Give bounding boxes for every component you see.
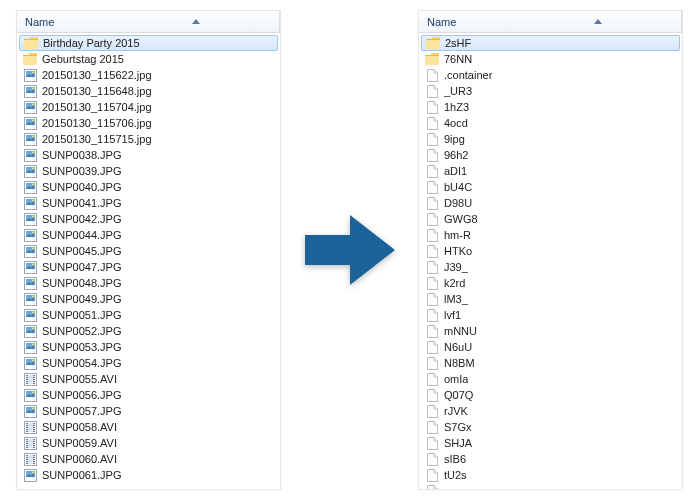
list-item[interactable]: SUNP0039.JPG (17, 163, 280, 179)
list-item[interactable]: GWG8 (419, 211, 682, 227)
list-item[interactable]: SUNP0061.JPG (17, 467, 280, 483)
list-item[interactable]: .container (419, 67, 682, 83)
list-item[interactable]: SUNP0054.JPG (17, 355, 280, 371)
image-icon (23, 148, 37, 162)
item-name: SHJA (444, 437, 472, 449)
item-name: 20150130_115648.jpg (42, 85, 152, 97)
video-icon (23, 372, 37, 386)
list-item[interactable]: SUNP0059.AVI (17, 435, 280, 451)
list-item[interactable]: S7Gx (419, 419, 682, 435)
list-item[interactable]: Birthday Party 2015 (19, 35, 278, 51)
list-item[interactable]: Geburtstag 2015 (17, 51, 280, 67)
list-item[interactable]: SUNP0060.AVI (17, 451, 280, 467)
list-item[interactable]: SUNP0038.JPG (17, 147, 280, 163)
item-name: SUNP0048.JPG (42, 277, 121, 289)
list-item[interactable]: bU4C (419, 179, 682, 195)
image-icon (23, 228, 37, 242)
svg-rect-97 (33, 444, 34, 445)
svg-point-20 (32, 167, 34, 169)
list-item[interactable]: N6uU (419, 339, 682, 355)
image-icon (23, 468, 37, 482)
list-item[interactable]: _UR3 (419, 83, 682, 99)
list-item[interactable]: SUNP0044.JPG (17, 227, 280, 243)
item-name: 9ipg (444, 133, 465, 145)
file-icon (425, 100, 439, 114)
file-icon (425, 196, 439, 210)
list-item[interactable]: mNNU (419, 323, 682, 339)
image-icon (23, 244, 37, 258)
list-item[interactable]: SHJA (419, 435, 682, 451)
image-icon (23, 116, 37, 130)
svg-rect-85 (33, 428, 34, 429)
svg-point-44 (32, 295, 34, 297)
list-item[interactable]: SUNP0041.JPG (17, 195, 280, 211)
list-item[interactable]: SUNP0051.JPG (17, 307, 280, 323)
list-item[interactable]: 20150130_115648.jpg (17, 83, 280, 99)
file-icon (425, 436, 439, 450)
file-icon (425, 260, 439, 274)
list-item[interactable]: 96h2 (419, 147, 682, 163)
list-item[interactable]: J39_ (419, 259, 682, 275)
list-item[interactable]: tU2s (419, 467, 682, 483)
svg-rect-98 (33, 446, 34, 447)
column-header-name[interactable]: Name (17, 11, 280, 33)
list-item[interactable]: lvf1 (419, 307, 682, 323)
file-list[interactable]: Birthday Party 2015Geburtstag 2015201501… (17, 33, 280, 489)
svg-point-74 (32, 407, 34, 409)
list-item[interactable]: lM3_ (419, 291, 682, 307)
list-item[interactable]: SUNP0057.JPG (17, 403, 280, 419)
item-name: D98U (444, 197, 472, 209)
folder-icon (426, 36, 440, 50)
list-item[interactable]: SUNP0048.JPG (17, 275, 280, 291)
list-item[interactable]: 1hZ3 (419, 99, 682, 115)
file-icon (425, 276, 439, 290)
list-item[interactable]: N8BM (419, 355, 682, 371)
list-item[interactable]: SUNP0040.JPG (17, 179, 280, 195)
image-icon (23, 356, 37, 370)
list-item[interactable]: 2sHF (421, 35, 680, 51)
list-item[interactable]: SUNP0049.JPG (17, 291, 280, 307)
item-name: SUNP0049.JPG (42, 293, 121, 305)
list-item[interactable]: SUNP0055.AVI (17, 371, 280, 387)
svg-rect-62 (26, 378, 27, 379)
list-item[interactable]: 20150130_115704.jpg (17, 99, 280, 115)
list-item[interactable]: HTKo (419, 243, 682, 259)
file-list-panel-right: Name 2sHF76NN.container_UR31hZ34ocd9ipg9… (418, 10, 683, 490)
svg-rect-82 (26, 430, 27, 431)
item-name: 20150130_115706.jpg (42, 117, 152, 129)
list-item[interactable]: SUNP0058.AVI (17, 419, 280, 435)
item-name: 1hZ3 (444, 101, 469, 113)
folder-icon (425, 52, 439, 66)
list-item[interactable]: omIa (419, 371, 682, 387)
list-item[interactable]: SUNP0047.JPG (17, 259, 280, 275)
list-item[interactable]: D98U (419, 195, 682, 211)
svg-rect-95 (33, 440, 34, 441)
list-item[interactable]: Q07Q (419, 387, 682, 403)
list-item[interactable]: SUNP0052.JPG (17, 323, 280, 339)
list-item[interactable]: SUNP0045.JPG (17, 243, 280, 259)
item-name: omIa (444, 373, 468, 385)
list-item[interactable]: sIB6 (419, 451, 682, 467)
list-item[interactable]: 4ocd (419, 115, 682, 131)
list-item[interactable]: 76NN (419, 51, 682, 67)
list-item[interactable]: k2rd (419, 275, 682, 291)
list-item[interactable]: SUNP0042.JPG (17, 211, 280, 227)
list-item[interactable]: SUNP0056.JPG (17, 387, 280, 403)
svg-rect-93 (26, 444, 27, 445)
column-header-name[interactable]: Name (419, 11, 682, 33)
file-list[interactable]: 2sHF76NN.container_UR31hZ34ocd9ipg96h2aD… (419, 33, 682, 489)
svg-rect-110 (33, 462, 34, 463)
item-name: SUNP0061.JPG (42, 469, 121, 481)
list-item[interactable]: aDI1 (419, 163, 682, 179)
list-item[interactable]: SUNP0053.JPG (17, 339, 280, 355)
list-item[interactable]: hm-R (419, 227, 682, 243)
list-item[interactable]: x_ax (419, 483, 682, 489)
list-item[interactable]: 20150130_115715.jpg (17, 131, 280, 147)
folder-icon (23, 52, 37, 66)
item-name: S7Gx (444, 421, 472, 433)
list-item[interactable]: rJVK (419, 403, 682, 419)
image-icon (23, 404, 37, 418)
list-item[interactable]: 20150130_115706.jpg (17, 115, 280, 131)
list-item[interactable]: 9ipg (419, 131, 682, 147)
list-item[interactable]: 20150130_115622.jpg (17, 67, 280, 83)
